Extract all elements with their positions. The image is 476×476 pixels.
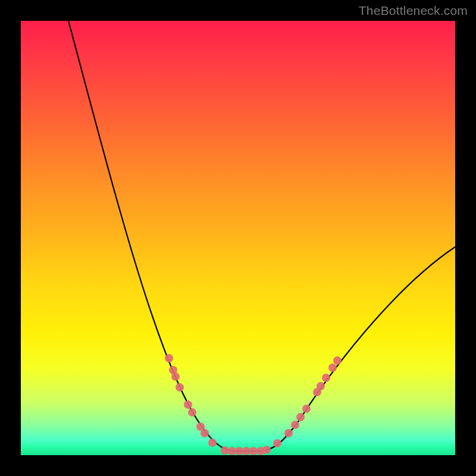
curve-marker <box>171 372 180 381</box>
curve-marker <box>328 364 337 372</box>
curve-markers <box>165 354 342 455</box>
curve-marker <box>333 356 342 365</box>
watermark-text: TheBottleneck.com <box>359 4 468 18</box>
curve-marker <box>184 400 192 409</box>
curve-marker <box>165 354 173 362</box>
curve-marker <box>221 446 229 455</box>
curve-marker <box>296 413 305 421</box>
curve-marker <box>302 405 311 413</box>
curve-marker <box>291 421 299 429</box>
curve-marker <box>322 374 330 382</box>
curve-marker <box>176 383 184 392</box>
curve-marker <box>235 447 243 455</box>
bottleneck-curve <box>68 21 455 451</box>
curve-marker <box>273 439 281 447</box>
curve-layer <box>21 21 455 455</box>
curve-marker <box>317 382 325 390</box>
plot-area <box>21 21 455 455</box>
chart-frame: TheBottleneck.com <box>0 0 476 476</box>
curve-marker <box>249 447 258 455</box>
curve-marker <box>284 429 293 437</box>
curve-marker <box>208 439 217 447</box>
curve-marker <box>262 446 271 454</box>
curve-marker <box>201 429 209 437</box>
curve-marker <box>188 408 196 416</box>
curve-marker <box>242 447 250 455</box>
curve-marker <box>228 447 236 455</box>
